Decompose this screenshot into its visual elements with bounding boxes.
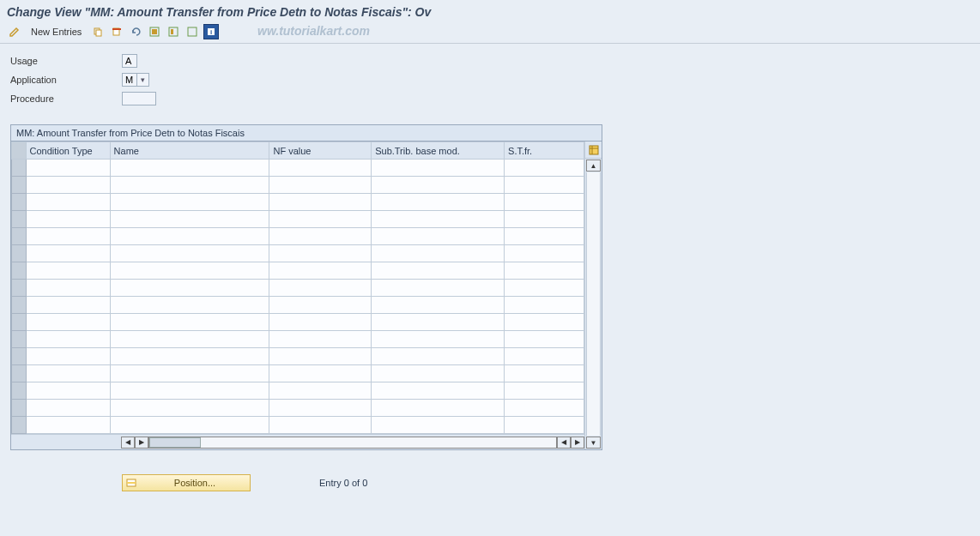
row-selector-header[interactable] (12, 142, 27, 160)
row-selector[interactable] (12, 160, 27, 177)
table-row[interactable] (12, 280, 584, 297)
table-cell[interactable] (26, 417, 110, 434)
table-cell[interactable] (372, 160, 505, 177)
table-cell[interactable] (372, 400, 505, 417)
undo-icon[interactable] (128, 24, 143, 39)
table-cell[interactable] (505, 365, 584, 382)
table-cell[interactable] (269, 314, 372, 331)
table-cell[interactable] (26, 211, 110, 228)
table-cell[interactable] (269, 400, 372, 417)
table-row[interactable] (12, 245, 584, 262)
col-name[interactable]: Name (110, 142, 269, 160)
row-selector[interactable] (12, 245, 27, 262)
table-cell[interactable] (110, 365, 269, 382)
col-stfr[interactable]: S.T.fr. (505, 142, 584, 160)
row-selector[interactable] (12, 194, 27, 211)
table-cell[interactable] (505, 331, 584, 348)
row-selector[interactable] (12, 382, 27, 400)
select-block-icon[interactable] (166, 24, 181, 39)
scroll-left-end-icon[interactable]: ◀ (557, 437, 571, 449)
row-selector[interactable] (12, 211, 27, 228)
table-cell[interactable] (110, 177, 269, 194)
table-cell[interactable] (110, 160, 269, 177)
row-selector[interactable] (12, 177, 27, 194)
table-cell[interactable] (505, 160, 584, 177)
table-cell[interactable] (269, 382, 372, 400)
table-cell[interactable] (269, 331, 372, 348)
table-cell[interactable] (26, 228, 110, 245)
row-selector[interactable] (12, 417, 27, 434)
table-cell[interactable] (26, 194, 110, 211)
table-cell[interactable] (110, 382, 269, 400)
copy-as-icon[interactable] (90, 24, 106, 39)
toggle-display-change-icon[interactable] (7, 24, 22, 39)
usage-input[interactable] (122, 54, 137, 68)
table-cell[interactable] (26, 400, 110, 417)
table-row[interactable] (12, 228, 584, 245)
table-cell[interactable] (372, 245, 505, 262)
table-cell[interactable] (505, 348, 584, 365)
h-scroll-track[interactable] (148, 437, 557, 449)
row-selector[interactable] (12, 228, 27, 245)
table-cell[interactable] (505, 245, 584, 262)
table-row[interactable] (12, 417, 584, 434)
row-selector[interactable] (12, 348, 27, 365)
application-input[interactable] (122, 73, 137, 87)
row-selector[interactable] (12, 365, 27, 382)
scroll-left-icon[interactable]: ◀ (121, 437, 135, 449)
row-selector[interactable] (12, 297, 27, 314)
table-cell[interactable] (372, 262, 505, 280)
table-cell[interactable] (26, 160, 110, 177)
table-row[interactable] (12, 331, 584, 348)
table-cell[interactable] (372, 314, 505, 331)
table-cell[interactable] (26, 262, 110, 280)
table-cell[interactable] (505, 382, 584, 400)
h-scroll-thumb[interactable] (149, 437, 201, 448)
table-cell[interactable] (269, 245, 372, 262)
table-cell[interactable] (26, 382, 110, 400)
scroll-up-icon[interactable]: ▲ (586, 160, 601, 172)
table-cell[interactable] (110, 262, 269, 280)
table-cell[interactable] (372, 280, 505, 297)
row-selector[interactable] (12, 280, 27, 297)
table-cell[interactable] (269, 160, 372, 177)
table-row[interactable] (12, 211, 584, 228)
table-row[interactable] (12, 297, 584, 314)
scroll-right-end-icon[interactable]: ▶ (571, 437, 584, 449)
table-cell[interactable] (505, 211, 584, 228)
v-scroll-track[interactable] (586, 172, 601, 436)
table-cell[interactable] (110, 314, 269, 331)
table-cell[interactable] (26, 280, 110, 297)
table-row[interactable] (12, 194, 584, 211)
table-cell[interactable] (110, 228, 269, 245)
position-button[interactable]: Position... (122, 474, 251, 491)
table-cell[interactable] (372, 382, 505, 400)
table-cell[interactable] (269, 177, 372, 194)
table-cell[interactable] (26, 177, 110, 194)
table-cell[interactable] (110, 245, 269, 262)
row-selector[interactable] (12, 262, 27, 280)
table-cell[interactable] (26, 348, 110, 365)
table-cell[interactable] (505, 262, 584, 280)
table-cell[interactable] (269, 297, 372, 314)
table-cell[interactable] (269, 228, 372, 245)
table-row[interactable] (12, 365, 584, 382)
row-selector[interactable] (12, 400, 27, 417)
table-cell[interactable] (26, 314, 110, 331)
table-cell[interactable] (269, 348, 372, 365)
new-entries-button[interactable]: New Entries (26, 25, 87, 39)
table-cell[interactable] (110, 297, 269, 314)
table-row[interactable] (12, 262, 584, 280)
table-cell[interactable] (110, 211, 269, 228)
table-cell[interactable] (110, 417, 269, 434)
table-row[interactable] (12, 160, 584, 177)
table-cell[interactable] (372, 348, 505, 365)
config-info-icon[interactable]: i (203, 24, 219, 39)
table-cell[interactable] (110, 348, 269, 365)
table-cell[interactable] (26, 297, 110, 314)
table-cell[interactable] (505, 314, 584, 331)
table-config-icon[interactable] (585, 142, 602, 159)
table-row[interactable] (12, 400, 584, 417)
table-cell[interactable] (372, 331, 505, 348)
table-cell[interactable] (505, 228, 584, 245)
